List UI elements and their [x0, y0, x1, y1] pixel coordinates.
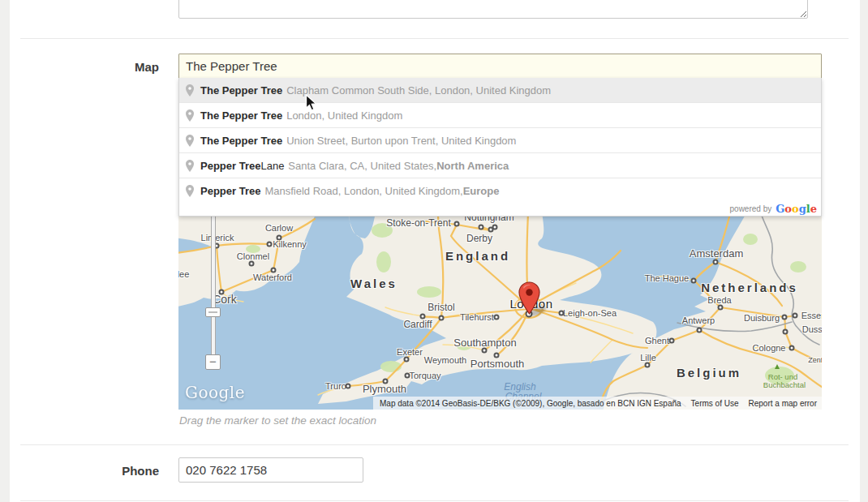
place-pin-icon [185, 159, 195, 173]
phone-input[interactable] [178, 457, 363, 483]
section-divider [20, 444, 849, 445]
autocomplete-item[interactable]: The Pepper TreeLondon, United Kingdom [179, 103, 821, 128]
place-pin-icon [185, 109, 195, 122]
map-attribution: Map data ©2014 GeoBasis-DE/BKG (©2009), … [373, 397, 822, 410]
suggestion-main: The Pepper Tree [200, 84, 282, 97]
powered-by-text: powered by [730, 204, 772, 213]
map-base-art [178, 217, 822, 410]
report-map-error-link[interactable]: Report a map error [749, 399, 817, 408]
map-field-label: Map [10, 60, 159, 74]
terms-of-use-link[interactable]: Terms of Use [691, 399, 739, 408]
place-pin-icon [185, 84, 195, 97]
google-logo-letter: G [776, 203, 784, 215]
suggestion-main: Pepper Tree [200, 185, 260, 197]
suggestion-secondary-bold: Europe [463, 185, 500, 197]
zoom-slider-handle[interactable] [205, 307, 221, 317]
google-logo-letter: g [799, 203, 806, 215]
map-helper-text: Drag the marker to set the exact locatio… [179, 414, 376, 427]
suggestion-secondary: Clapham Common South Side, London, Unite… [286, 84, 551, 97]
map-search-input[interactable] [178, 54, 822, 79]
suggestion-secondary: London, United Kingdom [286, 109, 402, 122]
suggestion-main: Pepper Tree [200, 160, 260, 172]
suggestion-secondary-bold: North America [436, 160, 509, 172]
section-divider [20, 38, 849, 39]
google-logo-letter: e [810, 203, 817, 215]
phone-field-label: Phone [10, 464, 159, 478]
autocomplete-dropdown: The Pepper TreeClapham Common South Side… [178, 78, 822, 217]
suggestion-main: The Pepper Tree [200, 109, 282, 122]
zoom-out-button[interactable]: − [205, 354, 221, 370]
autocomplete-list: The Pepper TreeClapham Common South Side… [179, 78, 821, 204]
address-textarea[interactable]: United Kingdom [178, 0, 808, 19]
section-divider [20, 500, 849, 501]
google-logo-letter: o [792, 203, 799, 215]
suggestion-main-rest: Lane [260, 160, 284, 172]
google-watermark: Google [185, 383, 245, 402]
google-logo: Google [776, 204, 817, 214]
suggestion-main: The Pepper Tree [200, 135, 282, 147]
place-pin-icon [185, 184, 195, 198]
autocomplete-item[interactable]: The Pepper TreeUnion Street, Burton upon… [179, 128, 821, 153]
location-marker[interactable] [518, 281, 540, 315]
attribution-text: Map data ©2014 GeoBasis-DE/BKG (©2009), … [380, 399, 681, 408]
google-logo-letter: o [784, 203, 792, 215]
autocomplete-item[interactable]: Pepper TreeMansfield Road, London, Unite… [179, 178, 821, 204]
suggestion-secondary: Mansfield Road, London, United Kingdom, [264, 185, 462, 197]
place-pin-icon [185, 134, 195, 148]
map-canvas[interactable]: LimerickCarlowKilkennyClonmelWaterfordCo… [178, 217, 822, 410]
suggestion-secondary: Union Street, Burton upon Trent, United … [286, 135, 516, 147]
autocomplete-item[interactable]: The Pepper TreeClapham Common South Side… [179, 78, 821, 103]
suggestion-secondary: Santa Clara, CA, United States, [288, 160, 436, 172]
zoom-slider-track[interactable] [211, 217, 216, 361]
powered-by-google: powered by Google [730, 204, 817, 214]
autocomplete-item[interactable]: Pepper Tree LaneSanta Clara, CA, United … [179, 153, 821, 178]
